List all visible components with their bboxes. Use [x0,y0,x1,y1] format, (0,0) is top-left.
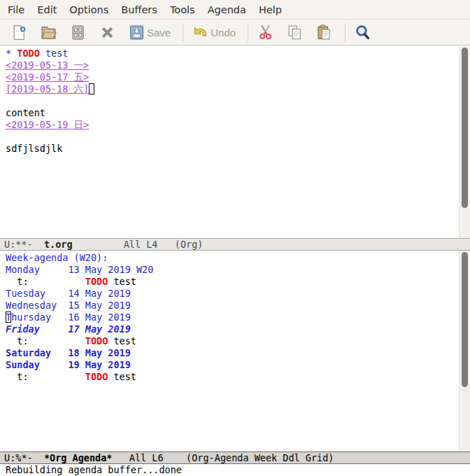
text-segment: Sunday 19 May 2019 [6,359,131,370]
text-segment: * [6,48,17,59]
agenda-scrollbar[interactable] [459,251,470,451]
file-cabinet-icon [69,24,87,41]
menu-item-file[interactable]: File [1,1,31,18]
text-segment [40,48,45,59]
modeline-agenda[interactable]: U:%*- *Org Agenda* All L6 (Org-Agenda We… [0,451,470,464]
toolbar-separator [248,23,248,42]
menu-item-buffers[interactable]: Buffers [115,1,164,18]
close-buffer-button[interactable] [97,22,118,43]
buffer-line: Wednesday 15 May 2019 [6,300,459,312]
buffer-line [6,131,459,143]
tool-bar: Save Undo [0,20,470,46]
buffer-line: <2019-05-17 五> [6,71,459,83]
buffer-line: <2019-05-19 日> [6,119,459,131]
editor-scrollbar-thumb[interactable] [462,48,468,208]
text-segment: sdfjlsdjlk [6,143,62,154]
emacs-frame: FileEditOptionsBuffersToolsAgendaHelp [0,0,470,476]
text-segment: <2019-05-13 一> [6,59,89,71]
text-segment: Wednesday 15 May 2019 [6,300,131,311]
copy-button[interactable] [285,22,305,43]
text-segment: test [45,48,69,59]
buffer-line: t: TODO test [6,335,459,347]
buffer-line: Tuesday 14 May 2019 [6,288,459,300]
buffer-line: <2019-05-13 一> [6,59,459,71]
text-cursor: T [6,312,11,323]
menu-item-help[interactable]: Help [252,1,288,18]
paste-icon [315,24,333,41]
modeline-buffer-name: t.org [44,239,73,250]
text-segment: test [108,335,136,346]
text-segment: TODO [85,371,108,382]
editor-scrollbar[interactable] [459,46,470,238]
text-segment: <2019-05-17 五> [6,71,89,83]
buffer-line: content [6,107,459,119]
agenda-scrollbar-thumb[interactable] [462,252,468,387]
modeline-flags: U:%*- [4,452,44,463]
buffer-line: Saturday 18 May 2019 [6,347,459,359]
text-segment: Monday 13 May 2019 W20 [6,264,153,275]
save-icon [128,24,145,41]
text-segment: Saturday 18 May 2019 [6,347,131,358]
text-segment: <2019-05-19 日> [6,119,89,130]
dired-button[interactable] [68,22,88,43]
text-segment: t: [6,371,85,382]
text-segment: TODO [85,335,108,346]
new-file-button[interactable] [9,22,29,43]
copy-icon [286,24,304,41]
modeline-info: All L4 (Org) [73,239,204,250]
buffer-line: Friday 17 May 2019 [6,323,459,335]
modeline-flags: U:**- [4,239,44,250]
toolbar-separator [183,23,183,42]
save-button[interactable]: Save [127,22,172,43]
text-segment: test [108,276,136,287]
undo-button-label: Undo [211,27,236,38]
text-segment: TODO [17,48,40,59]
buffer-line: Thursday 16 May 2019 [6,312,459,323]
text-segment: test [108,371,136,382]
modeline-buffer-name: *Org Agenda* [44,452,113,463]
buffer-line: t: TODO test [6,276,459,288]
close-x-icon [99,24,116,41]
menu-item-edit[interactable]: Edit [31,1,63,18]
buffer-line: [2019-05-18 六] [6,83,459,95]
new-file-icon [10,24,28,41]
cut-button[interactable] [255,22,276,43]
buffer-line: Monday 13 May 2019 W20 [6,264,459,276]
buffer-line: Sunday 19 May 2019 [6,359,459,371]
buffer-line: t: TODO test [6,371,459,383]
agenda-buffer-text[interactable]: Week-agenda (W20):Monday 13 May 2019 W20… [0,251,459,451]
open-file-button[interactable] [38,22,59,43]
magnifier-icon [354,24,371,41]
text-segment: hursday 16 May 2019 [11,312,131,323]
scissors-icon [257,24,274,41]
menu-item-options[interactable]: Options [63,1,115,18]
save-button-label: Save [147,27,171,38]
text-segment: Friday 17 May 2019 [6,323,131,335]
text-segment: Tuesday 14 May 2019 [6,288,131,299]
buffer-line: Week-agenda (W20): [6,252,459,264]
modeline-org-buffer[interactable]: U:**- t.org All L4 (Org) [0,238,470,251]
undo-icon [192,24,209,41]
undo-button[interactable]: Undo [190,22,237,43]
menu-bar: FileEditOptionsBuffersToolsAgendaHelp [0,0,470,20]
org-buffer-text[interactable]: * TODO test<2019-05-13 一><2019-05-17 五>[… [0,46,459,238]
echo-area[interactable]: Rebuilding agenda buffer...done [0,464,470,476]
paste-button[interactable] [314,22,334,43]
modeline-info: All L6 (Org-Agenda Week Ddl Grid) [112,452,334,463]
text-segment: content [6,107,45,118]
text-cursor [89,83,94,94]
open-folder-icon [40,24,57,41]
agenda-window: Week-agenda (W20):Monday 13 May 2019 W20… [0,251,470,451]
text-segment: t: [6,335,85,346]
buffer-line: * TODO test [6,48,459,59]
menu-item-agenda[interactable]: Agenda [201,1,252,18]
text-segment: TODO [85,276,108,287]
text-segment: [2019-05-18 六] [6,83,89,94]
search-button[interactable] [352,22,373,43]
text-segment: Week-agenda (W20): [6,252,108,263]
org-buffer-window: * TODO test<2019-05-13 一><2019-05-17 五>[… [0,46,470,238]
text-segment: t: [6,276,85,287]
menu-item-tools[interactable]: Tools [164,1,201,18]
buffer-line: sdfjlsdjlk [6,143,459,155]
toolbar-separator [345,23,346,42]
